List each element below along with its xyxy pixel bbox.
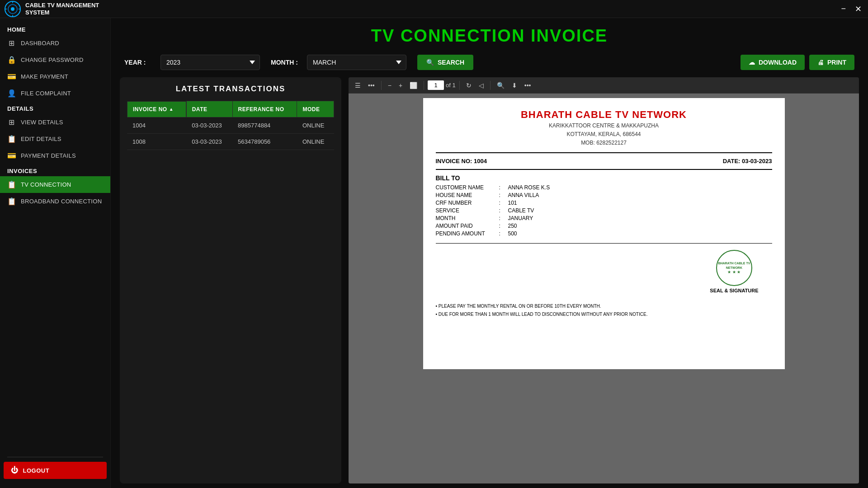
invoice-scroll[interactable]: BHARATH CABLE TV NETWORK KARIKKATTOOR CE… [349,94,859,483]
view-icon: ⊞ [7,118,16,127]
sidebar-section-home: HOME [0,23,110,35]
field-label: CUSTOMER NAME [436,184,499,191]
transactions-title: LATEST TRANSACTIONS [127,84,334,94]
logout-button[interactable]: ⏻ LOGOUT [4,462,107,479]
logout-icon: ⏻ [11,466,19,474]
sidebar-item-broadband-connection[interactable]: 📋 BROADBAND CONNECTION [0,193,110,210]
sidebar-item-dashboard[interactable]: ⊞ DASHBOARD [0,35,110,52]
invoice-field-row: CRF NUMBER : 101 [436,200,772,206]
app-logo-icon [5,1,21,17]
field-sep: : [499,215,508,221]
filters-section: YEAR : 2021 2022 2023 2024 MONTH : JANUA… [124,55,473,70]
table-header-row: INVOICE NO ▲ DATE REFERANCE NO MODE [127,101,334,117]
rotate-button[interactable]: ↻ [463,80,474,91]
seal-section-wrapper: BHARATH CABLE TV NETWORK ★ ★ ★ SEAL & SI… [436,250,772,298]
invoice-top-divider [436,152,772,153]
minimize-button[interactable]: − [839,4,848,14]
page-total-label: of 1 [446,82,456,89]
print-button[interactable]: 🖨 PRINT [809,55,854,70]
invoice-field-row: MONTH : JANUARY [436,215,772,221]
payment-icon: 💳 [7,72,16,81]
sidebar-item-change-password[interactable]: 🔒 CHANGE PASSWORD [0,52,110,68]
field-label: HOUSE NAME [436,192,499,198]
search-button[interactable]: 🔍 SEARCH [417,55,473,70]
search-label: SEARCH [438,59,464,66]
tv-icon: 📋 [7,180,16,189]
invoice-meta-row: INVOICE NO: 1004 DATE: 03-03-2023 [436,158,772,164]
logout-label: LOGOUT [23,467,50,474]
field-sep: : [499,184,508,191]
close-button[interactable]: ✕ [853,4,863,14]
sidebar-item-file-complaint[interactable]: 👤 FILE COMPLAINT [0,85,110,102]
invoice-date: DATE: 03-03-2023 [723,158,772,164]
seal-text: BHARATH CABLE TV NETWORK [717,261,751,269]
month-label: MONTH : [271,59,302,66]
field-label: AMOUNT PAID [436,223,499,229]
seal-label: SEAL & SIGNATURE [710,288,758,293]
year-select[interactable]: 2021 2022 2023 2024 [160,55,260,70]
prev-page-button[interactable]: ◁ [476,80,486,91]
field-sep: : [499,200,508,206]
sidebar-item-make-payment[interactable]: 💳 MAKE PAYMENT [0,68,110,85]
month-select[interactable]: JANUARY FEBRUARY MARCH APRIL MAY JUNE JU… [307,55,406,70]
cell-reference-no: 5634789056 [232,134,297,150]
search-doc-button[interactable]: 🔍 [494,80,507,91]
toolbar-row: YEAR : 2021 2022 2023 2024 MONTH : JANUA… [111,50,868,73]
field-sep: : [499,207,508,214]
invoice-note1: • PLEASE PAY THE MONTHLY RENTAL ON OR BE… [436,302,772,310]
broadband-icon: 📋 [7,197,16,206]
download-button[interactable]: ☁ DOWNLOAD [741,55,805,70]
invoice-options-icon[interactable]: ••• [365,80,377,91]
field-label: SERVICE [436,207,499,214]
cell-date: 03-03-2023 [186,117,232,134]
sidebar-label-make-payment: MAKE PAYMENT [21,73,68,80]
svg-point-2 [11,7,14,11]
complaint-icon: 👤 [7,89,16,98]
sidebar-spacer [0,210,110,452]
company-address: KARIKKATTOOR CENTRE & MAKKAPUZHA KOTTAYA… [436,122,772,148]
cell-date: 03-03-2023 [186,134,232,150]
title-bar-controls: − ✕ [839,4,863,14]
cell-invoice-no: 1004 [127,117,186,134]
page-number-input[interactable] [428,80,444,90]
sidebar-item-view-details[interactable]: ⊞ VIEW DETAILS [0,114,110,131]
transactions-table: INVOICE NO ▲ DATE REFERANCE NO MODE 1004… [127,101,334,150]
action-buttons: ☁ DOWNLOAD 🖨 PRINT [741,55,854,70]
sidebar-label-change-password: CHANGE PASSWORD [21,56,84,63]
fit-page-button[interactable]: ⬜ [407,80,420,91]
download-doc-button[interactable]: ⬇ [509,80,520,91]
field-value: 101 [508,200,517,206]
invoice-document: BHARATH CABLE TV NETWORK KARIKKATTOOR CE… [423,98,785,369]
cell-invoice-no: 1008 [127,134,186,150]
payment-details-icon: 💳 [7,151,16,160]
field-sep: : [499,230,508,237]
invoice-toolbar: ☰ ••• − + ⬜ of 1 ↻ ◁ 🔍 ⬇ ••• [349,77,859,94]
sidebar-item-tv-connection[interactable]: 📋 TV CONNECTION [0,176,110,193]
invoice-panel: ☰ ••• − + ⬜ of 1 ↻ ◁ 🔍 ⬇ ••• [349,77,859,483]
page-title: TV CONNECTION INVOICE [111,18,868,50]
table-row[interactable]: 1004 03-03-2023 8985774884 ONLINE [127,117,334,134]
field-sep: : [499,192,508,198]
field-value: CABLE TV [508,207,534,214]
year-label: YEAR : [124,59,156,66]
field-value: ANNA ROSE K.S [508,184,550,191]
field-value: JANUARY [508,215,533,221]
sidebar-label-payment-details: PAYMENT DETAILS [21,152,76,159]
invoice-notes: • PLEASE PAY THE MONTHLY RENTAL ON OR BE… [436,302,772,319]
invoice-menu-icon[interactable]: ☰ [352,80,363,91]
print-icon: 🖨 [817,59,824,66]
col-date: DATE [186,101,232,117]
sidebar-item-edit-details[interactable]: 📋 EDIT DETAILS [0,131,110,147]
more-options-button[interactable]: ••• [522,80,534,91]
seal-stars: ★ ★ ★ [727,270,741,274]
invoice-field-row: HOUSE NAME : ANNA VILLA [436,192,772,198]
month-filter-group: MONTH : JANUARY FEBRUARY MARCH APRIL MAY… [271,55,406,70]
sidebar-label-broadband-connection: BROADBAND CONNECTION [21,198,102,205]
zoom-in-button[interactable]: + [396,80,405,91]
cell-mode: ONLINE [297,134,334,150]
invoice-mid-divider [436,169,772,170]
zoom-out-button[interactable]: − [385,80,394,91]
bill-to-label: BILL TO [436,174,772,182]
sidebar-item-payment-details[interactable]: 💳 PAYMENT DETAILS [0,147,110,164]
table-row[interactable]: 1008 03-03-2023 5634789056 ONLINE [127,134,334,150]
